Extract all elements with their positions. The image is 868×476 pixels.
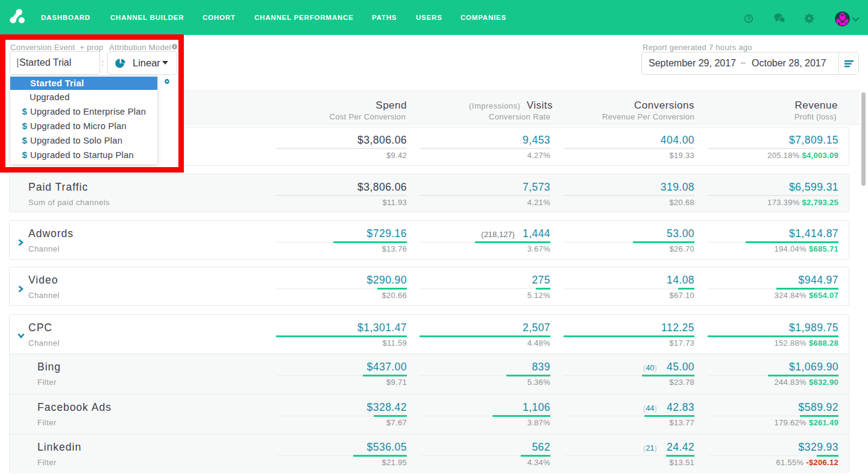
svg-text:?: ? <box>747 15 751 22</box>
